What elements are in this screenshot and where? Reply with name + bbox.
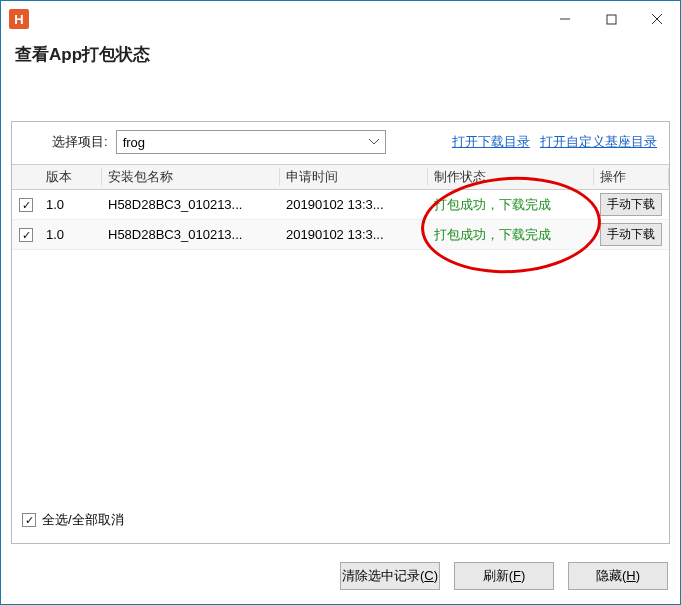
cell-package: H58D28BC3_010213... bbox=[102, 197, 280, 212]
col-package[interactable]: 安装包名称 bbox=[102, 168, 280, 186]
titlebar: H bbox=[1, 1, 680, 37]
hide-button[interactable]: 隐藏(H) bbox=[568, 562, 668, 590]
page-title: 查看App打包状态 bbox=[1, 37, 680, 84]
maximize-button[interactable] bbox=[588, 4, 634, 34]
cell-time: 20190102 13:3... bbox=[280, 197, 428, 212]
row-checkbox[interactable]: ✓ bbox=[19, 198, 33, 212]
open-download-dir-link[interactable]: 打开下载目录 bbox=[452, 133, 530, 151]
dialog-buttons: 清除选中记录(C) 刷新(F) 隐藏(H) bbox=[340, 562, 668, 590]
project-label: 选择项目: bbox=[52, 133, 108, 151]
col-version[interactable]: 版本 bbox=[40, 168, 102, 186]
clear-selected-button[interactable]: 清除选中记录(C) bbox=[340, 562, 440, 590]
window-controls bbox=[542, 4, 680, 34]
cell-version: 1.0 bbox=[40, 197, 102, 212]
row-checkbox[interactable]: ✓ bbox=[19, 228, 33, 242]
project-select[interactable]: frog bbox=[116, 130, 386, 154]
col-status[interactable]: 制作状态 bbox=[428, 168, 594, 186]
select-all-label: 全选/全部取消 bbox=[42, 511, 124, 529]
cell-status: 打包成功，下载完成 bbox=[428, 196, 594, 214]
select-all-checkbox[interactable]: ✓ bbox=[22, 513, 36, 527]
open-custom-base-dir-link[interactable]: 打开自定义基座目录 bbox=[540, 133, 657, 151]
minimize-button[interactable] bbox=[542, 4, 588, 34]
status-table: 版本 安装包名称 申请时间 制作状态 操作 ✓1.0H58D28BC3_0102… bbox=[12, 164, 669, 497]
project-row: 选择项目: frog 打开下载目录 打开自定义基座目录 bbox=[12, 122, 669, 164]
svg-rect-1 bbox=[607, 15, 616, 24]
app-logo-icon: H bbox=[9, 9, 29, 29]
chevron-down-icon bbox=[369, 139, 379, 145]
table-row[interactable]: ✓1.0H58D28BC3_010213...20190102 13:3...打… bbox=[12, 190, 669, 220]
close-button[interactable] bbox=[634, 4, 680, 34]
col-op[interactable]: 操作 bbox=[594, 168, 669, 186]
select-all-row[interactable]: ✓ 全选/全部取消 bbox=[18, 503, 663, 537]
cell-time: 20190102 13:3... bbox=[280, 227, 428, 242]
refresh-button[interactable]: 刷新(F) bbox=[454, 562, 554, 590]
project-select-value: frog bbox=[123, 135, 145, 150]
cell-status: 打包成功，下载完成 bbox=[428, 226, 594, 244]
cell-package: H58D28BC3_010213... bbox=[102, 227, 280, 242]
table-row[interactable]: ✓1.0H58D28BC3_010213...20190102 13:3...打… bbox=[12, 220, 669, 250]
manual-download-button[interactable]: 手动下载 bbox=[600, 193, 662, 216]
col-time[interactable]: 申请时间 bbox=[280, 168, 428, 186]
manual-download-button[interactable]: 手动下载 bbox=[600, 223, 662, 246]
content-panel: 选择项目: frog 打开下载目录 打开自定义基座目录 版本 安装包名称 申请时… bbox=[11, 121, 670, 544]
cell-version: 1.0 bbox=[40, 227, 102, 242]
table-header: 版本 安装包名称 申请时间 制作状态 操作 bbox=[12, 164, 669, 190]
